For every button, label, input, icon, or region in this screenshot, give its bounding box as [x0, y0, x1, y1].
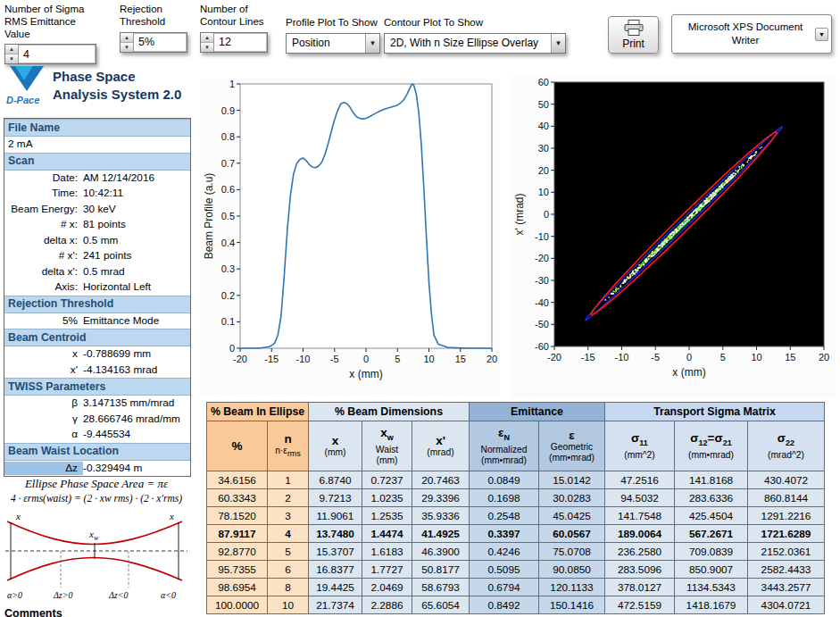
y-tick-label: 0 — [229, 343, 235, 354]
contour-plot-dropdown[interactable]: 2D, With n Size Ellipse Overlay ▼ — [384, 33, 566, 54]
printer-select[interactable]: Microsoft XPS Document Writer ▼ — [671, 14, 832, 54]
chevron-down-icon[interactable]: ▼ — [551, 34, 565, 53]
profile-plot-dropdown[interactable]: Position ▼ — [286, 33, 380, 54]
table-cell: 0.2548 — [470, 507, 539, 525]
info-row-scan: Date:AM 12/14/2016 — [4, 171, 190, 187]
x-tick-label: -5 — [651, 352, 660, 363]
section-header-rejection: Rejection Threshold — [4, 296, 190, 313]
info-row-scan: delta x:0.5 mm — [4, 233, 190, 249]
rejection-spinner[interactable]: ▲ ▼ 5% — [120, 32, 187, 53]
table-cell: 58.6793 — [412, 579, 470, 596]
table-cell: 46.3900 — [412, 543, 470, 561]
x-tick-label: 20 — [819, 352, 829, 363]
table-cell: 13.7480 — [309, 525, 362, 543]
decrement-icon[interactable]: ▼ — [121, 43, 133, 52]
table-cell: 92.8770 — [207, 543, 268, 561]
y-tick-label: 0 — [544, 209, 549, 220]
table-cell: 94.5032 — [605, 489, 675, 507]
plot-area — [554, 82, 824, 346]
table-cell: 1.7727 — [362, 561, 412, 579]
table-cell: 10 — [268, 596, 309, 614]
info-label: delta x: — [4, 234, 83, 248]
info-row-twiss: α-9.445534 — [4, 427, 190, 443]
info-label: 5% — [4, 314, 83, 329]
table-cell: 0.6794 — [470, 579, 539, 596]
table-row: 95.7355616.83771.772750.81770.509590.085… — [207, 561, 825, 579]
spinner-buttons: ▲ ▼ — [5, 45, 19, 63]
table-cell: 1.6183 — [362, 543, 412, 561]
dpace-logo: D-Pace — [4, 64, 47, 111]
chevron-down-icon[interactable]: ▼ — [365, 34, 379, 53]
y-tick-label: -50 — [535, 319, 549, 329]
info-value: -9.445534 — [83, 428, 190, 442]
scan-info-panel: File Name2 mAScanDate:AM 12/14/2016Time:… — [4, 118, 191, 477]
table-cell: 2152.0361 — [748, 543, 825, 561]
table-row: 98.6954819.44252.046958.67930.6794120.11… — [207, 579, 825, 596]
info-row-waist: Δz-0.329494 m — [4, 461, 190, 477]
table-cell: 47.2516 — [605, 471, 675, 489]
chevron-down-icon[interactable]: ▼ — [815, 28, 828, 41]
section-header-file_name: File Name — [4, 119, 190, 137]
printer-name[interactable]: Microsoft XPS Document Writer — [672, 21, 815, 47]
table-cell: 11.9061 — [309, 507, 362, 525]
table-cell: 100.0000 — [207, 596, 268, 614]
info-row-scan: Time:10:42:11 — [4, 186, 190, 202]
table-cell: 3443.2577 — [748, 579, 825, 596]
info-value: -0.329494 m — [83, 462, 190, 476]
increment-icon[interactable]: ▲ — [5, 45, 18, 54]
table-cell: 425.4504 — [675, 507, 748, 525]
rejection-value-field[interactable]: 5% — [134, 33, 187, 52]
info-row-centroid: x'-4.134163 mrad — [4, 363, 190, 379]
table-column-header: x(mm) — [309, 421, 362, 471]
contour-plot-selected[interactable]: 2D, With n Size Ellipse Overlay — [385, 34, 551, 53]
spinner-buttons: ▲ ▼ — [121, 33, 134, 52]
profile-plot-selected[interactable]: Position — [287, 34, 365, 53]
y-tick-label: 0.6 — [221, 184, 235, 195]
table-group-header: % Beam In Ellipse — [207, 403, 309, 421]
table-cell: 1291.2216 — [748, 507, 825, 525]
decrement-icon[interactable]: ▼ — [201, 43, 213, 52]
table-cell: 430.4072 — [748, 471, 825, 489]
x-axis-label: x (mm) — [349, 368, 382, 380]
table-cell: 850.9007 — [675, 561, 748, 579]
alpha-negative-label: α<0 — [161, 590, 176, 600]
decrement-icon[interactable]: ▼ — [5, 54, 18, 63]
increment-icon[interactable]: ▲ — [121, 33, 133, 43]
print-button[interactable]: Print — [608, 16, 659, 54]
y-tick-label: 1 — [229, 79, 235, 89]
contour-lines-label: Number ofContour Lines — [200, 4, 277, 29]
table-row: 92.8770515.37071.618346.39000.424675.070… — [207, 543, 825, 561]
table-cell: 15.3707 — [309, 543, 362, 561]
sigma-control-group: Number of SigmaRMS Emittance Value ▲ ▼ 4 — [4, 4, 103, 64]
table-cell: 1 — [268, 471, 309, 489]
sigma-value-field[interactable]: 4 — [19, 45, 96, 63]
table-cell: 9.7213 — [309, 489, 362, 507]
y-tick-label: -20 — [535, 253, 549, 263]
info-value: Emittance Mode — [83, 314, 190, 329]
y-tick-label: 0.9 — [221, 105, 235, 116]
table-column-header: nn·εrms — [268, 421, 309, 471]
table-cell: 75.0708 — [539, 543, 605, 561]
table-cell: 60.3343 — [207, 489, 268, 507]
section-header-scan: Scan — [4, 153, 190, 171]
table-column-header: εNNormalized(mm•mrad) — [470, 421, 539, 471]
table-cell: 65.6054 — [412, 596, 470, 614]
table-cell: 95.7355 — [207, 561, 268, 579]
contour-lines-value-field[interactable]: 12 — [214, 33, 267, 52]
contour-lines-spinner[interactable]: ▲ ▼ 12 — [200, 32, 268, 53]
info-row-centroid: x-0.788699 mm — [4, 346, 190, 363]
table-cell: 98.6954 — [207, 579, 268, 596]
table-cell: 0.8492 — [470, 596, 539, 614]
table-cell: 1721.6289 — [748, 525, 825, 543]
profile-select-label: Profile Plot To Show — [286, 17, 386, 29]
increment-icon[interactable]: ▲ — [201, 33, 213, 43]
y-axis-label: Beam Profile (a.u) — [203, 173, 215, 260]
table-cell: 4304.0721 — [748, 596, 825, 614]
section-header-centroid: Beam Centroid — [4, 329, 190, 346]
rejection-control-group: RejectionThreshold ▲ ▼ 5% — [120, 4, 191, 53]
sigma-spinner[interactable]: ▲ ▼ 4 — [4, 44, 96, 64]
contour-select-label: Contour Plot To Show — [384, 17, 571, 29]
table-cell: 1418.1679 — [675, 596, 748, 614]
x-tick-label: 10 — [423, 354, 434, 364]
table-column-header: σ22(mrad^2) — [748, 421, 825, 471]
